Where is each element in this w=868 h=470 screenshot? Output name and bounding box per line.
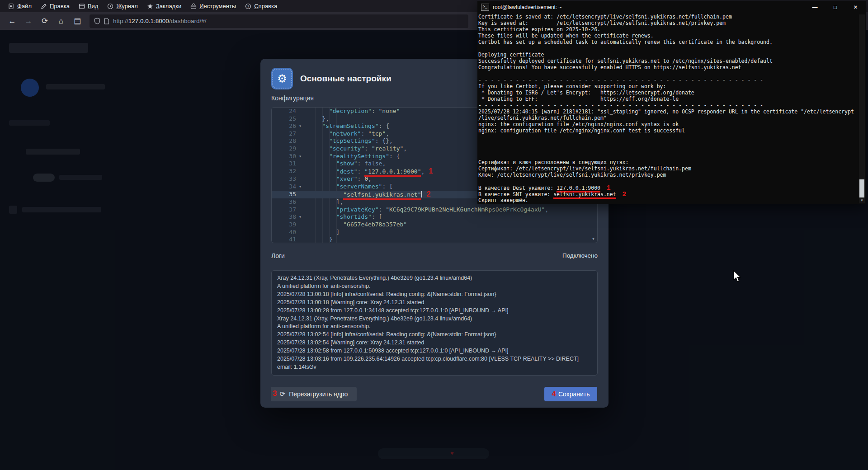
log-line: 2025/07/28 13:03:16 from 109.226.235.64:… xyxy=(277,355,592,363)
toolbox-icon xyxy=(190,3,197,9)
code-token xyxy=(308,213,336,220)
code-text: "realitySettings": { xyxy=(304,153,400,160)
log-line: Xray 24.12.31 (Xray, Penetrates Everythi… xyxy=(277,274,592,282)
editor-line-41[interactable]: 41 } xyxy=(272,236,597,243)
line-number: 28 xyxy=(272,137,296,145)
terminal-output[interactable]: Certificate is saved at: /etc/letsencryp… xyxy=(478,14,859,204)
menu-label: Журнал xyxy=(116,3,137,9)
terminal-titlebar[interactable]: >_ root@lawfuladvertisement: ~ — □ ✕ xyxy=(477,1,866,14)
code-token: } xyxy=(308,236,333,243)
code-token: }, xyxy=(308,115,329,122)
log-line: 2025/07/28 13:00:18 [Info] infra/conf/se… xyxy=(277,291,592,299)
log-line: A unified platform for anti-censorship. xyxy=(277,323,592,331)
menu-pencil[interactable]: Правка xyxy=(37,1,73,11)
help-icon: ? xyxy=(245,3,251,9)
menu-label: Файл xyxy=(17,3,32,9)
logs-panel[interactable]: Xray 24.12.31 (Xray, Penetrates Everythi… xyxy=(271,270,598,376)
menu-label: Инструменты xyxy=(199,3,236,9)
code-token: , xyxy=(382,160,386,167)
menu-file[interactable]: Файл xyxy=(5,1,35,11)
annotation-3: 3 xyxy=(273,389,277,398)
terminal-line: Congratulations! You have successfully e… xyxy=(478,64,859,70)
scroll-down-icon[interactable]: ▼ xyxy=(590,236,596,242)
line-number: 31 xyxy=(272,160,296,168)
code-text: }, xyxy=(304,115,329,123)
maximize-button[interactable]: □ xyxy=(825,1,845,14)
line-number: 30 xyxy=(272,153,296,160)
fold-arrow-icon[interactable]: ▾ xyxy=(296,213,304,221)
code-token xyxy=(308,137,329,144)
svg-text:?: ? xyxy=(247,5,250,9)
code-token: : xyxy=(358,160,365,167)
editor-line-40[interactable]: 40 ] xyxy=(272,229,597,236)
log-line: 2025/07/28 13:02:54 [Info] infra/conf/se… xyxy=(277,331,592,339)
modal-header: ⚙ Основные настройки xyxy=(271,68,392,89)
terminal-line xyxy=(478,70,859,77)
site-info-icon[interactable] xyxy=(104,18,109,24)
code-token: , xyxy=(386,130,389,137)
terminal-line: Certbot has set up a scheduled task to a… xyxy=(478,39,859,45)
reload-icon[interactable]: ⟳ xyxy=(38,15,52,28)
menu-label: Справка xyxy=(254,3,277,9)
terminal-line: В качестве SNI укажите: selfsni.yukikras… xyxy=(478,191,859,197)
editor-line-39[interactable]: 39 "6657e4eb78a357eb" xyxy=(272,221,597,229)
line-number: 37 xyxy=(272,206,296,214)
line-number: 35 xyxy=(272,191,296,199)
close-button[interactable]: ✕ xyxy=(845,1,866,14)
fold-arrow-icon[interactable]: ▾ xyxy=(296,183,304,191)
log-line: 2025/07/28 13:02:54 [Warning] core: Xray… xyxy=(277,339,592,347)
terminal-line: If you like Certbot, please consider sup… xyxy=(478,83,859,89)
forward-icon[interactable]: → xyxy=(22,15,35,28)
code-token xyxy=(308,175,336,182)
log-line: 2025/07/28 13:00:28 from 127.0.0.1:34148… xyxy=(277,307,592,315)
code-token: , xyxy=(545,206,548,213)
code-token: "network" xyxy=(329,130,361,137)
fold-arrow-icon[interactable]: ▾ xyxy=(296,153,304,160)
code-text: } xyxy=(304,236,333,243)
code-token: ] xyxy=(308,229,340,235)
back-icon[interactable]: ← xyxy=(5,15,19,28)
save-button[interactable]: 4 Сохранить xyxy=(544,387,597,401)
code-token: , xyxy=(421,168,425,175)
terminal-scroll-down-icon[interactable]: ▼ xyxy=(859,198,865,203)
terminal-text: В качестве SNI укажите: xyxy=(478,191,553,197)
url-bar[interactable]: http://127.0.0.1:8000/dashboard/#/ xyxy=(90,14,468,28)
terminal-scroll-thumb[interactable] xyxy=(859,179,864,197)
code-token: , xyxy=(403,145,407,152)
minimize-button[interactable]: — xyxy=(805,1,825,14)
home-icon[interactable]: ⌂ xyxy=(54,15,68,28)
menu-toolbox[interactable]: Инструменты xyxy=(187,1,240,11)
pencil-icon xyxy=(41,3,47,9)
code-text: "network": "tcp", xyxy=(304,130,389,138)
menu-view[interactable]: Вид xyxy=(75,1,102,11)
line-number: 36 xyxy=(272,198,296,206)
code-token: : xyxy=(358,168,365,175)
terminal-line xyxy=(478,153,859,159)
editor-line-37[interactable]: 37 "privateKey": "KC6q29C79KPUBn2NeHLK6u… xyxy=(272,206,597,214)
editor-line-38[interactable]: 38▾ "shortIds": [ xyxy=(272,213,597,221)
line-number: 29 xyxy=(272,145,296,153)
line-number: 34 xyxy=(272,183,296,191)
library-icon[interactable]: ▤ xyxy=(71,15,84,28)
terminal-line: nginx: the configuration file /etc/nginx… xyxy=(478,121,859,127)
code-token: "xver" xyxy=(336,175,358,182)
code-token: "realitySettings" xyxy=(329,153,389,160)
menu-history-clock[interactable]: Журнал xyxy=(104,1,141,11)
annotation-number: 2 xyxy=(426,190,430,198)
menu-star[interactable]: Закладки xyxy=(143,1,185,11)
url-text[interactable]: http://127.0.0.1:8000/dashboard/#/ xyxy=(113,18,206,24)
line-number: 27 xyxy=(272,130,296,138)
restart-core-button[interactable]: ⟳ Перезагрузить ядро xyxy=(271,387,357,401)
fold-arrow-icon[interactable]: ▾ xyxy=(296,122,304,130)
line-number: 38 xyxy=(272,213,296,221)
code-text: "streamSettings": { xyxy=(304,122,389,130)
code-token xyxy=(308,153,329,160)
terminal-window[interactable]: >_ root@lawfuladvertisement: ~ — □ ✕ Cer… xyxy=(477,1,866,204)
code-token xyxy=(308,122,322,129)
terminal-scrollbar[interactable]: ▼ xyxy=(859,14,865,203)
code-token: : xyxy=(372,108,379,114)
terminal-line: nginx: configuration file /etc/nginx/ngi… xyxy=(478,127,859,134)
code-text: "xver": 0, xyxy=(304,175,372,183)
shield-icon[interactable] xyxy=(94,18,100,24)
menu-help[interactable]: ?Справка xyxy=(241,1,281,11)
